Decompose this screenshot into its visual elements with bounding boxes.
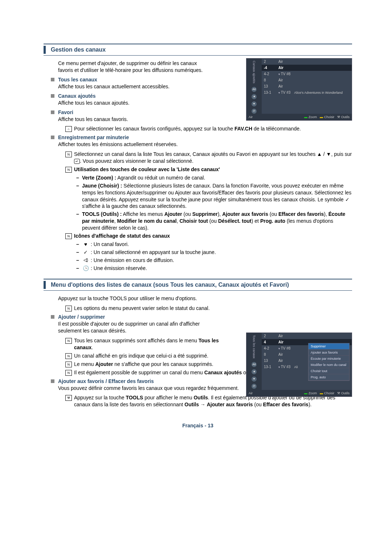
- tools-menu-item[interactable]: Écoute par minuterie: [309, 356, 349, 362]
- page-footer: Français - 13: [44, 423, 352, 428]
- heart-icon: ♥: [82, 241, 89, 248]
- panel-sidebar: Canaux ajoutés All ★ ♥ ⏱: [246, 59, 262, 120]
- note-row: N Utilisation des touches de couleur ave…: [65, 166, 352, 173]
- broadcast-icon: ⏿: [82, 257, 89, 264]
- panel-sidebar: Tous les canaux All ★ ♥ ⏱: [246, 333, 262, 396]
- tools-menu-item[interactable]: Supprimer: [309, 343, 349, 350]
- icon-legend-row: –✓: Un canal sélectionné en appuyant sur…: [76, 249, 352, 256]
- remote-icon: ⌂: [65, 126, 72, 132]
- panel-side-label: Canaux ajoutés: [252, 61, 256, 84]
- channel-panel-1: Canaux ajoutés All ★ ♥ ⏱ 2Air-4Air4-2TV …: [246, 58, 352, 121]
- note-text: Icônes d'affichage de statut des canaux: [74, 233, 170, 239]
- channel-row[interactable]: 4-2TV #8: [262, 71, 352, 77]
- foot-outils[interactable]: Outils: [337, 391, 350, 395]
- square-icon: [51, 110, 54, 114]
- note-icon: N: [65, 362, 72, 367]
- channel-row[interactable]: 8Air: [262, 77, 352, 83]
- foot-air: Air: [249, 115, 253, 119]
- note-row: N Icônes d'affichage de statut des canau…: [65, 233, 352, 239]
- section-header-gestion: Gestion des canaux: [44, 44, 352, 56]
- subhead-label: Canaux ajoutés: [58, 93, 95, 99]
- note-icon: N: [65, 338, 72, 344]
- bullet-row: – TOOLS (Outils) : Affiche les menus Ajo…: [76, 211, 352, 231]
- square-icon: [51, 379, 54, 383]
- subhead-label: Ajouter aux favoris / Effacer des favori…: [58, 378, 154, 384]
- section-header-options: Menu d'options des listes de canaux (sou…: [44, 279, 352, 291]
- icon-legend-row: –🕒: Une émission réservée.: [76, 265, 352, 272]
- body-text: Afficher toutes les émissions actuelleme…: [58, 141, 352, 148]
- all-icon[interactable]: All: [252, 362, 257, 367]
- foot-outils[interactable]: Outils: [337, 115, 350, 119]
- tools-menu-item[interactable]: Modifier le nom du canal: [309, 362, 349, 368]
- foot-choisir[interactable]: Choisir: [320, 115, 334, 119]
- channel-row[interactable]: 13Air: [262, 83, 352, 89]
- intro-text: Appuyez sur la touche TOOLS pour utilise…: [58, 295, 211, 302]
- note-row: N Les options du menu peuvent varier sel…: [65, 305, 225, 312]
- icon-legend-row: –⏿: Une émission en cours de diffusion.: [76, 257, 352, 264]
- foot-air: Air: [249, 391, 253, 395]
- note-row: N Le menu Ajouter ne s'affiche que pour …: [65, 361, 225, 368]
- tools-menu[interactable]: SupprimerAjouter aux favorisÉcoute par m…: [308, 343, 350, 381]
- subhead-ajouter-supprimer: Ajouter / supprimer: [51, 314, 352, 320]
- added-icon[interactable]: ★: [252, 94, 257, 99]
- panel-side-label: Tous les canaux: [252, 335, 256, 359]
- square-icon: [51, 94, 54, 98]
- body-text: Il est possible d'ajouter ou de supprime…: [58, 321, 211, 334]
- note-text: Sélectionnez un canal dans la liste Tous…: [74, 151, 352, 165]
- timer-icon[interactable]: ⏱: [252, 109, 257, 114]
- note-icon: N: [65, 306, 72, 311]
- subhead-enregistrement: Enregistrement par minuterie: [51, 134, 352, 140]
- fav-icon[interactable]: ♥: [252, 101, 257, 106]
- square-icon: [51, 136, 54, 139]
- channel-row[interactable]: 13-1TV #3Alice's Adventures in Wonderlan…: [262, 89, 352, 96]
- intro-text: Ce menu permet d'ajouter, de supprimer o…: [58, 60, 211, 74]
- note-icon: N: [65, 233, 72, 239]
- enter-icon: ↵: [74, 159, 80, 164]
- channel-row[interactable]: -4Air: [262, 65, 352, 71]
- timer-icon[interactable]: ⏱: [252, 384, 257, 389]
- bullet-row: – Jaune (Choisir) : Sélectionne plusieur…: [76, 182, 352, 210]
- subhead-label: Enregistrement par minuterie: [58, 134, 129, 140]
- channel-row[interactable]: 2Air: [262, 333, 352, 339]
- note-row: ⌂ Pour sélectionner les canaux favoris c…: [65, 125, 352, 132]
- note-text: Pour sélectionner les canaux favoris con…: [74, 125, 301, 132]
- note-icon: N: [65, 152, 72, 157]
- note-icon: N: [65, 370, 72, 376]
- foot-zoom[interactable]: Zoom: [304, 115, 317, 119]
- panel-footer: Air Zoom Choisir Outils: [246, 114, 352, 120]
- square-icon: [51, 78, 54, 81]
- added-icon[interactable]: ★: [252, 369, 257, 374]
- subhead-label: Favori: [58, 109, 73, 115]
- fav-icon[interactable]: ♥: [252, 376, 257, 382]
- all-icon[interactable]: All: [252, 87, 257, 92]
- panel-main: 2Air-4Air4-2TV #88Air13Air13-1TV #3Alice…: [262, 59, 352, 114]
- panel-footer: Air Zoom Choisir Outils: [246, 390, 352, 396]
- tools-icon: ⚒: [65, 395, 72, 401]
- foot-choisir[interactable]: Choisir: [320, 391, 334, 395]
- tools-menu-item[interactable]: Ajouter aux favoris: [309, 350, 349, 356]
- section-title: Gestion des canaux: [51, 47, 106, 53]
- channel-row[interactable]: 2Air: [262, 59, 352, 65]
- clock-icon: 🕒: [82, 265, 89, 272]
- note-text: Utilisation des touches de couleur avec …: [74, 166, 220, 173]
- bullet-row: – Verte (Zoom) : Agrandit ou réduit un n…: [76, 174, 352, 181]
- check-icon: ✓: [82, 249, 89, 256]
- note-icon: N: [65, 167, 72, 173]
- note-text: Les options du menu peuvent varier selon…: [74, 305, 210, 312]
- note-icon: N: [65, 353, 72, 359]
- section-title: Menu d'options des listes de canaux (sou…: [51, 282, 289, 288]
- tools-menu-item[interactable]: Prog. auto: [309, 374, 349, 380]
- subhead-label: Tous les canaux: [58, 77, 97, 82]
- square-icon: [51, 315, 54, 319]
- subhead-label: Ajouter / supprimer: [58, 314, 105, 320]
- note-row: N Tous les canaux supprimés sont affiché…: [65, 337, 225, 351]
- icon-legend-row: –♥: Un canal favori.: [76, 241, 352, 248]
- channel-panel-2: Tous les canaux All ★ ♥ ⏱ 2Air4Air4-2TV …: [246, 333, 352, 397]
- note-row: N Sélectionnez un canal dans la liste To…: [65, 151, 352, 165]
- foot-zoom[interactable]: Zoom: [304, 391, 317, 395]
- tools-menu-item[interactable]: Choisir tout: [309, 368, 349, 374]
